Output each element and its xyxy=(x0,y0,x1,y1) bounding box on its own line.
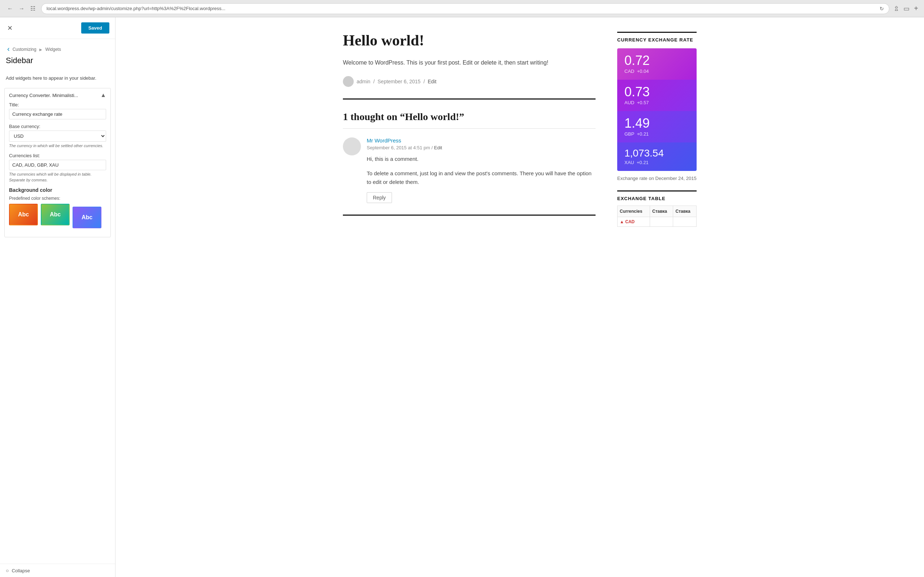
exchange-table-title: Exchange Table xyxy=(617,190,696,201)
forward-button[interactable]: → xyxy=(17,4,26,13)
currencies-list-help: The currencies which will be displayed i… xyxy=(9,172,106,183)
commenter-name: Mr WordPress xyxy=(367,137,596,143)
saved-button[interactable]: Saved xyxy=(81,23,109,34)
currency-row-xau: 1,073.54 XAU +0.21 xyxy=(617,142,696,171)
table-cell-rate2 xyxy=(673,217,696,227)
browser-chrome: ← → ☷ local.wordpress.dev/wp-admin/custo… xyxy=(0,0,924,17)
table-header-stavka1: Ставка xyxy=(650,206,673,217)
breadcrumb-widgets: Widgets xyxy=(45,47,61,52)
customizer-panel: ✕ Saved ‹ Customizing ▶ Widgets Sidebar … xyxy=(0,17,115,577)
xau-meta: XAU +0.21 xyxy=(624,160,690,165)
title-field-group: Title: xyxy=(9,102,106,119)
currency-row-cad: 0.72 CAD +0.04 xyxy=(617,48,696,80)
exchange-table: Currencies Ставка Ставка ▲ CAD xyxy=(617,206,696,227)
collapse-icon: ○ xyxy=(6,567,9,574)
bg-color-group: Background color Predefined color scheme… xyxy=(9,187,106,228)
share-icon[interactable]: ⇫ xyxy=(894,5,899,13)
aud-meta: AUD +0.57 xyxy=(624,100,690,105)
commenter-avatar xyxy=(343,137,361,155)
post-divider xyxy=(343,98,596,100)
post-excerpt: Welcome to WordPress. This is your first… xyxy=(343,58,596,68)
base-currency-select[interactable]: USD EUR GBP xyxy=(9,131,106,142)
meta-separator2: / xyxy=(423,79,425,84)
table-header-currencies: Currencies xyxy=(617,206,650,217)
aud-value: 0.73 xyxy=(624,85,690,98)
bg-color-title: Background color xyxy=(9,187,106,193)
back-button[interactable]: ‹ xyxy=(6,43,11,55)
breadcrumb-arrow: ▶ xyxy=(39,48,42,52)
currency-widget-title: Currency Exchange Rate xyxy=(617,32,696,43)
reload-icon[interactable]: ↻ xyxy=(880,6,884,11)
table-cell-rate1 xyxy=(650,217,673,227)
comment-text1: Hi, this is a comment. xyxy=(367,155,596,163)
table-cell-cad: ▲ CAD xyxy=(617,217,650,227)
comment-edit-link[interactable]: Edit xyxy=(434,145,442,150)
base-currency-help: The currency in which will be settled ot… xyxy=(9,143,106,148)
currencies-list-input[interactable] xyxy=(9,160,106,170)
comments-title: 1 thought on “Hello world!” xyxy=(343,111,596,122)
reply-button[interactable]: Reply xyxy=(367,192,392,203)
widget-collapse-icon[interactable]: ▲ xyxy=(100,92,106,98)
edit-link[interactable]: Edit xyxy=(428,79,436,84)
close-button[interactable]: ✕ xyxy=(6,23,14,34)
post-date: September 6, 2015 xyxy=(378,79,420,84)
swatch-label: Abc xyxy=(18,211,29,218)
swatch-label: Abc xyxy=(82,214,92,221)
collapse-button[interactable]: ○ Collapse xyxy=(0,564,115,577)
post-title: Hello world! xyxy=(343,32,596,49)
cad-indicator: ▲ CAD xyxy=(620,219,635,224)
breadcrumb-row: ‹ Customizing ▶ Widgets xyxy=(0,39,115,56)
post-footer-divider xyxy=(343,214,596,216)
swatch-label: Abc xyxy=(50,211,61,218)
gbp-value: 1.49 xyxy=(624,117,690,130)
breadcrumb-customizing: Customizing xyxy=(13,47,36,52)
cad-value: 0.72 xyxy=(624,54,690,67)
currency-row-gbp: 1.49 GBP +0.21 xyxy=(617,111,696,142)
currencies-list-field-group: Currencies list: The currencies which wi… xyxy=(9,153,106,183)
comment-body: Mr WordPress September 6, 2015 at 4:51 p… xyxy=(367,137,596,203)
back-button[interactable]: ← xyxy=(6,4,15,13)
panel-description: Add widgets here to appear in your sideb… xyxy=(0,71,115,85)
base-currency-field-group: Base currency: USD EUR GBP The currency … xyxy=(9,124,106,148)
collapse-label: Collapse xyxy=(11,568,30,574)
color-swatches: Abc Abc Abc xyxy=(9,204,106,228)
new-tab-icon[interactable]: + xyxy=(914,4,918,13)
color-swatch-purple[interactable]: Abc xyxy=(73,206,102,228)
author-avatar xyxy=(343,76,354,87)
address-bar[interactable]: local.wordpress.dev/wp-admin/customize.p… xyxy=(41,3,889,14)
preview-content: Hello world! Welcome to WordPress. This … xyxy=(321,17,718,241)
customizer-header: ✕ Saved xyxy=(0,17,115,39)
exchange-date: Exchange rate on December 24, 2015 xyxy=(617,175,696,182)
comment-text2: To delete a comment, just log in and vie… xyxy=(367,169,596,187)
color-swatch-orange[interactable]: Abc xyxy=(9,204,38,226)
comment: Mr WordPress September 6, 2015 at 4:51 p… xyxy=(343,137,596,203)
gbp-meta: GBP +0.21 xyxy=(624,131,690,137)
widget-item-header[interactable]: Currency Converter. Minimalisti... ▲ xyxy=(5,89,110,102)
widget-form: Title: Base currency: USD EUR GBP The cu… xyxy=(5,102,110,237)
tab-icon[interactable]: ▭ xyxy=(903,5,909,13)
browser-nav: ← → ☷ xyxy=(6,3,37,13)
widget-item-title: Currency Converter. Minimalisti... xyxy=(9,93,78,98)
xau-value: 1,073.54 xyxy=(624,148,690,158)
main-layout: ✕ Saved ‹ Customizing ▶ Widgets Sidebar … xyxy=(0,17,924,577)
meta-separator1: / xyxy=(373,79,375,84)
table-row: ▲ CAD xyxy=(617,217,696,227)
main-content: Hello world! Welcome to WordPress. This … xyxy=(343,32,596,227)
author-name: admin xyxy=(357,79,370,84)
breadcrumb: Customizing ▶ Widgets xyxy=(13,46,61,52)
title-input[interactable] xyxy=(9,109,106,119)
url-text: local.wordpress.dev/wp-admin/customize.p… xyxy=(47,6,225,11)
preview-area: Hello world! Welcome to WordPress. This … xyxy=(115,17,924,577)
comment-date: September 6, 2015 at 4:51 pm / Edit xyxy=(367,145,596,150)
panel-title: Sidebar xyxy=(0,56,115,71)
widget-item: Currency Converter. Minimalisti... ▲ Tit… xyxy=(4,88,111,237)
color-schemes-label: Predefined color schemes: xyxy=(9,196,106,201)
sidebar-widget: Currency Exchange Rate 0.72 CAD +0.04 0.… xyxy=(617,32,696,227)
currencies-list-label: Currencies list: xyxy=(9,153,106,158)
cad-meta: CAD +0.04 xyxy=(624,69,690,74)
sidebar-toggle-button[interactable]: ☷ xyxy=(29,3,37,13)
table-header-stavka2: Ставка xyxy=(673,206,696,217)
comment-divider xyxy=(343,128,596,129)
color-swatch-green[interactable]: Abc xyxy=(41,204,69,226)
base-currency-label: Base currency: xyxy=(9,124,106,129)
